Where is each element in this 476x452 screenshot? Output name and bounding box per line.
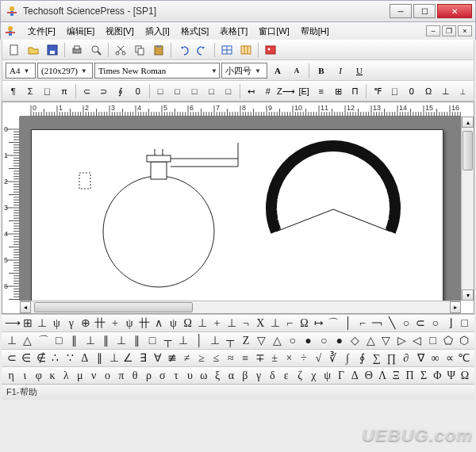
horizontal-ruler[interactable]: 012345678910111213141516 bbox=[20, 102, 461, 117]
symbol-row2-3[interactable]: □ bbox=[52, 334, 67, 348]
symbol-row4-1[interactable]: ι bbox=[18, 369, 31, 383]
symbol-row4-32[interactable]: Ψ bbox=[445, 369, 458, 383]
symbol-row4-23[interactable]: ψ bbox=[321, 369, 334, 383]
tool3-19[interactable]: Π bbox=[347, 83, 363, 99]
font-size-dropdown[interactable]: 小四号▼ bbox=[221, 63, 267, 79]
scroll-right-button[interactable]: ▸ bbox=[450, 301, 461, 313]
symbol-row4-27[interactable]: Λ bbox=[376, 369, 389, 383]
symbol-row2-20[interactable]: ○ bbox=[317, 334, 332, 348]
symbol-row3-24[interactable]: ∮ bbox=[355, 351, 369, 366]
canvas-viewport[interactable] bbox=[20, 117, 461, 301]
tool3-1[interactable]: Σ bbox=[22, 83, 37, 99]
symbol-row1-9[interactable]: 卄 bbox=[137, 316, 151, 331]
paper-size-dropdown[interactable]: A4▼ bbox=[6, 63, 36, 79]
symbol-row4-14[interactable]: ω bbox=[198, 369, 210, 383]
symbol-row3-16[interactable]: ≡ bbox=[239, 351, 252, 366]
symbol-row4-24[interactable]: Γ bbox=[335, 369, 347, 383]
symbol-row2-14[interactable]: ┬ bbox=[223, 334, 238, 348]
symbol-row4-16[interactable]: α bbox=[225, 369, 237, 383]
hscroll-thumb[interactable] bbox=[34, 302, 193, 312]
vertical-ruler[interactable]: 01234567 bbox=[2, 117, 20, 301]
mdi-close[interactable]: × bbox=[458, 25, 472, 36]
underline-button[interactable]: U bbox=[351, 63, 368, 79]
symbol-row2-22[interactable]: ◇ bbox=[347, 334, 363, 348]
symbol-row1-6[interactable]: 卄 bbox=[94, 316, 107, 331]
symbol-row1-18[interactable]: ⊥ bbox=[268, 316, 282, 331]
symbol-row1-5[interactable]: ⊕ bbox=[79, 316, 92, 331]
menu-edit[interactable]: 编辑[E] bbox=[62, 24, 99, 39]
symbol-row2-18[interactable]: ○ bbox=[286, 334, 301, 348]
maximize-button[interactable]: ☐ bbox=[413, 4, 436, 18]
symbol-row1-2[interactable]: ⊥ bbox=[35, 316, 48, 331]
tool3-17[interactable]: ≡ bbox=[313, 83, 328, 99]
symbol-row1-24[interactable]: ⌐ bbox=[355, 316, 369, 331]
symbol-row3-28[interactable]: ∇ bbox=[413, 351, 427, 366]
symbol-row4-11[interactable]: σ bbox=[156, 369, 169, 383]
tool3-10[interactable]: □ bbox=[186, 83, 202, 99]
undo-button[interactable] bbox=[175, 42, 192, 58]
symbol-row3-27[interactable]: ∂ bbox=[399, 351, 413, 366]
page[interactable] bbox=[31, 129, 443, 301]
mdi-minimize[interactable]: – bbox=[426, 25, 440, 36]
symbol-row2-12[interactable]: │ bbox=[192, 334, 207, 348]
font-increase[interactable]: A bbox=[269, 63, 286, 79]
symbol-row4-33[interactable]: Ω bbox=[459, 369, 471, 383]
symbol-row4-2[interactable]: φ bbox=[33, 369, 45, 383]
symbol-row3-12[interactable]: ≠ bbox=[180, 351, 194, 366]
symbol-row4-26[interactable]: Θ bbox=[363, 369, 375, 383]
tool3-16[interactable]: [E] bbox=[296, 83, 311, 99]
symbol-row4-17[interactable]: β bbox=[239, 369, 251, 383]
symbol-row2-28[interactable]: ⬠ bbox=[441, 334, 456, 348]
tool3-4[interactable]: ⊂ bbox=[79, 83, 94, 99]
tool3-24[interactable]: ⊥ bbox=[438, 83, 453, 99]
symbol-row4-30[interactable]: Σ bbox=[417, 369, 430, 383]
symbol-row3-20[interactable]: ÷ bbox=[297, 351, 310, 366]
symbol-row3-18[interactable]: ± bbox=[267, 351, 281, 366]
new-button[interactable] bbox=[6, 42, 23, 58]
menu-insert[interactable]: 插入[I] bbox=[140, 24, 175, 39]
symbol-row2-23[interactable]: △ bbox=[363, 334, 378, 348]
symbol-row2-5[interactable]: ⊥ bbox=[83, 334, 98, 348]
symbol-row3-21[interactable]: √ bbox=[312, 351, 325, 366]
symbol-row3-10[interactable]: ∀ bbox=[151, 351, 164, 366]
symbol-row2-11[interactable]: ⊥ bbox=[176, 334, 191, 348]
symbol-row4-9[interactable]: θ bbox=[129, 369, 141, 383]
tool3-25[interactable]: ⟂ bbox=[455, 83, 470, 99]
symbol-row3-6[interactable]: ∥ bbox=[92, 351, 106, 366]
paste-button[interactable] bbox=[150, 42, 167, 58]
symbol-row3-9[interactable]: ∃ bbox=[136, 351, 150, 366]
tool3-15[interactable]: Z⟶ bbox=[277, 83, 294, 99]
save-button[interactable] bbox=[44, 42, 61, 58]
horizontal-scrollbar[interactable]: ◂ ▸ bbox=[20, 301, 461, 313]
symbol-row4-21[interactable]: ζ bbox=[294, 369, 306, 383]
tool3-9[interactable]: □ bbox=[170, 83, 185, 99]
symbol-row2-10[interactable]: ┬ bbox=[160, 334, 175, 348]
symbol-row1-1[interactable]: ⊞ bbox=[21, 316, 34, 331]
preview-button[interactable] bbox=[87, 42, 105, 58]
menu-table[interactable]: 表格[T] bbox=[215, 24, 252, 39]
symbol-row3-1[interactable]: ∈ bbox=[19, 351, 33, 366]
minimize-button[interactable]: ─ bbox=[390, 4, 412, 18]
symbol-row1-21[interactable]: ↦ bbox=[312, 316, 325, 331]
open-button[interactable] bbox=[25, 42, 42, 58]
symbol-row2-16[interactable]: ▽ bbox=[254, 334, 269, 348]
symbol-row2-17[interactable]: △ bbox=[270, 334, 285, 348]
symbol-row3-17[interactable]: ∓ bbox=[253, 351, 267, 366]
vertical-scrollbar[interactable]: ▴ ▾ bbox=[461, 117, 474, 301]
symbol-row4-15[interactable]: ξ bbox=[211, 369, 224, 383]
symbol-row3-26[interactable]: ∏ bbox=[385, 351, 398, 366]
symbol-row4-6[interactable]: ν bbox=[87, 369, 100, 383]
symbol-row3-22[interactable]: ∛ bbox=[326, 351, 340, 366]
tool3-8[interactable]: □ bbox=[152, 83, 167, 99]
symbol-row4-12[interactable]: τ bbox=[170, 369, 182, 383]
symbol-row2-8[interactable]: ∥ bbox=[129, 334, 144, 348]
symbol-row1-23[interactable]: │ bbox=[341, 316, 355, 331]
symbol-row1-29[interactable]: ○ bbox=[428, 316, 442, 331]
image-button[interactable] bbox=[262, 42, 279, 58]
symbol-row2-26[interactable]: ◁ bbox=[410, 334, 425, 348]
symbol-row4-0[interactable]: η bbox=[5, 369, 17, 383]
cut-button[interactable] bbox=[112, 42, 129, 58]
symbol-row2-1[interactable]: △ bbox=[21, 334, 36, 348]
symbol-row3-2[interactable]: ∉ bbox=[34, 351, 48, 366]
symbol-row3-4[interactable]: ∵ bbox=[63, 351, 77, 366]
